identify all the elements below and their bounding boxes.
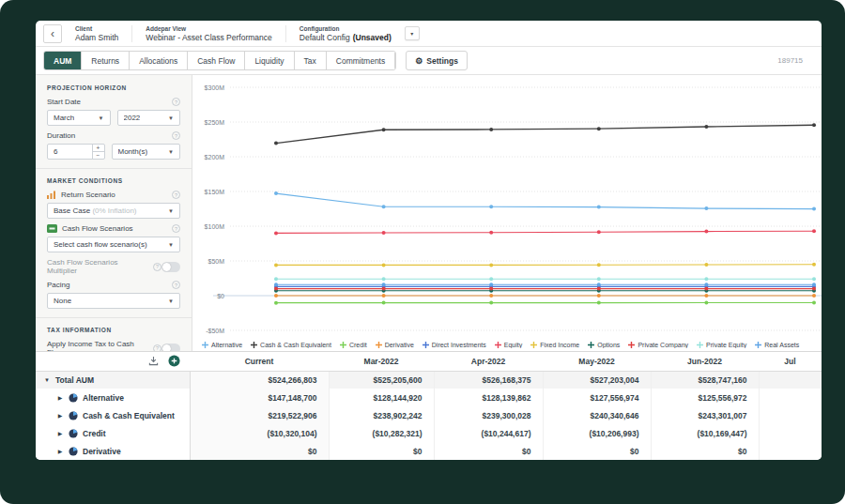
aum-table: CurrentMar-2022Apr-2022May-2022Jun-2022J… bbox=[36, 351, 822, 460]
column-header-may-2022: May-2022 bbox=[543, 352, 651, 371]
data-point-equity bbox=[382, 231, 386, 235]
tab-aum[interactable]: AUM bbox=[44, 52, 82, 69]
table-row-cash-cash-equivalent[interactable]: ▶Cash & Cash Equivalent$219,522,906$238,… bbox=[36, 406, 822, 424]
return-scenario-select[interactable]: Base Case (0% Inflation) ▼ bbox=[47, 203, 180, 219]
tab-cash-flow[interactable]: Cash Flow bbox=[188, 52, 245, 69]
legend-item-credit[interactable]: Credit bbox=[340, 342, 367, 348]
value-cell: $243,301,007 bbox=[651, 406, 759, 424]
value-cell: ($10,169,447) bbox=[651, 424, 759, 442]
pacing-select[interactable]: None ▼ bbox=[47, 293, 180, 309]
help-icon[interactable]: ? bbox=[172, 224, 180, 233]
table-actions-header bbox=[36, 352, 190, 371]
add-column-button[interactable] bbox=[168, 355, 180, 367]
help-icon[interactable]: ? bbox=[172, 131, 180, 140]
help-icon[interactable]: ? bbox=[172, 98, 180, 106]
y-axis-tick: $150M bbox=[205, 189, 225, 195]
stepper-decrement-button[interactable]: − bbox=[93, 152, 104, 159]
legend-item-derivative[interactable]: Derivative bbox=[376, 342, 414, 348]
settings-button[interactable]: ⚙ Settings bbox=[406, 51, 468, 70]
start-year-select[interactable]: 2022 ▼ bbox=[117, 110, 181, 126]
duration-value[interactable]: 6 bbox=[48, 145, 92, 159]
tab-allocations[interactable]: Allocations bbox=[130, 52, 188, 69]
legend-item-cash-cash-equivalent[interactable]: Cash & Cash Equivalent bbox=[251, 342, 331, 348]
chevron-down-icon: ▼ bbox=[168, 115, 174, 121]
row-name-cell[interactable]: ▶Alternative bbox=[36, 389, 190, 406]
row-name-cell[interactable]: ▶Cash & Cash Equivalent bbox=[36, 406, 190, 424]
row-name-cell[interactable]: ▶Derivative bbox=[36, 442, 190, 460]
data-point-real-assets bbox=[274, 283, 278, 286]
data-point-credit bbox=[382, 301, 386, 305]
data-point-derivative bbox=[812, 294, 816, 298]
expand-arrow-icon[interactable]: ▶ bbox=[56, 430, 64, 436]
expand-arrow-icon[interactable]: ▶ bbox=[56, 394, 64, 401]
legend-item-fixed-income[interactable]: Fixed Income bbox=[530, 342, 579, 348]
configuration-field: Configuration Default Config (Unsaved) bbox=[294, 25, 397, 42]
legend-item-real-assets[interactable]: Real Assets bbox=[755, 342, 799, 348]
value-cell: $525,205,600 bbox=[329, 371, 434, 389]
data-point-derivative bbox=[704, 294, 708, 298]
tab-commitments[interactable]: Commitments bbox=[327, 52, 395, 69]
table-row-alternative[interactable]: ▶Alternative$147,148,700$128,144,920$128… bbox=[36, 389, 822, 406]
config-dropdown-button[interactable]: ▾ bbox=[405, 26, 420, 40]
legend-item-equity[interactable]: Equity bbox=[495, 342, 522, 348]
help-icon[interactable]: ? bbox=[153, 263, 161, 271]
expand-arrow-icon[interactable]: ▶ bbox=[56, 448, 64, 454]
start-month-select[interactable]: March ▼ bbox=[47, 110, 111, 126]
multiplier-toggle[interactable] bbox=[161, 262, 180, 272]
projection-horizon-title: PROJECTION HORIZON bbox=[47, 84, 180, 91]
data-point-private-company bbox=[812, 287, 816, 291]
back-button[interactable]: ‹ bbox=[43, 24, 62, 43]
download-icon[interactable] bbox=[148, 356, 159, 366]
table-row-derivative[interactable]: ▶Derivative$0$0$0$0$0 bbox=[36, 442, 822, 460]
tax-information-title: TAX INFORMATION bbox=[47, 327, 180, 333]
apply-income-tax-toggle[interactable] bbox=[161, 344, 180, 352]
plus-marker-icon bbox=[202, 342, 208, 348]
data-point-credit bbox=[489, 301, 493, 305]
client-label: Client bbox=[75, 25, 118, 32]
value-cell: ($10,206,993) bbox=[543, 424, 651, 442]
expand-arrow-icon[interactable]: ▶ bbox=[56, 412, 64, 419]
tab-tax[interactable]: Tax bbox=[295, 52, 327, 69]
legend-item-private-company[interactable]: Private Company bbox=[628, 342, 688, 348]
legend-item-alternative[interactable]: Alternative bbox=[202, 342, 242, 348]
tab-returns[interactable]: Returns bbox=[82, 52, 130, 69]
legend-item-direct-investments[interactable]: Direct Investments bbox=[422, 342, 486, 348]
data-point-cash-cash-equivalent bbox=[812, 123, 816, 127]
help-icon[interactable]: ? bbox=[153, 344, 161, 352]
y-axis-tick: $100M bbox=[205, 223, 225, 230]
value-cell: $238,902,242 bbox=[329, 406, 434, 424]
collapse-arrow-icon[interactable]: ▼ bbox=[43, 377, 51, 383]
aum-data-table: CurrentMar-2022Apr-2022May-2022Jun-2022J… bbox=[36, 352, 822, 460]
aum-projection-chart: $300M$250M$200M$150M$100M$50M$0-$50M bbox=[192, 75, 822, 352]
data-point-private-company bbox=[704, 287, 708, 291]
value-cell: $128,139,862 bbox=[434, 389, 543, 406]
plus-marker-icon bbox=[495, 342, 501, 348]
stepper-increment-button[interactable]: + bbox=[93, 145, 104, 152]
data-point-fixed-income bbox=[274, 263, 278, 267]
data-point-credit bbox=[274, 301, 278, 305]
legend-item-options[interactable]: Options bbox=[588, 342, 620, 348]
row-name-cell[interactable]: ▼Total AUM bbox=[36, 371, 190, 389]
data-point-cash-cash-equivalent bbox=[597, 127, 601, 130]
value-cell: $524,266,803 bbox=[190, 371, 329, 389]
value-cell: $147,148,700 bbox=[190, 389, 329, 406]
data-point-equity bbox=[597, 230, 601, 234]
help-icon[interactable]: ? bbox=[172, 191, 180, 199]
data-point-credit bbox=[597, 301, 601, 305]
help-icon[interactable]: ? bbox=[172, 281, 180, 289]
cash-flow-scenarios-select[interactable]: Select cash flow scenario(s) ▼ bbox=[47, 237, 180, 252]
data-point-derivative bbox=[489, 294, 493, 298]
table-row-total-aum[interactable]: ▼Total AUM$524,266,803$525,205,600$526,1… bbox=[36, 371, 822, 389]
data-point-private-company bbox=[274, 287, 278, 291]
value-cell: $0 bbox=[190, 442, 329, 460]
data-point-private-company bbox=[489, 287, 493, 291]
data-point-derivative bbox=[274, 294, 278, 298]
series-line-alternative bbox=[276, 193, 814, 209]
row-name-cell[interactable]: ▶Credit bbox=[36, 424, 190, 442]
tab-liquidity[interactable]: Liquidity bbox=[245, 52, 294, 69]
duration-stepper[interactable]: 6 + − bbox=[47, 144, 105, 160]
legend-item-private-equity[interactable]: Private Equity bbox=[697, 342, 746, 348]
table-row-credit[interactable]: ▶Credit($10,320,104)($10,282,321)($10,24… bbox=[36, 424, 822, 442]
data-point-alternative bbox=[489, 205, 493, 208]
duration-unit-select[interactable]: Month(s) ▼ bbox=[112, 144, 181, 160]
